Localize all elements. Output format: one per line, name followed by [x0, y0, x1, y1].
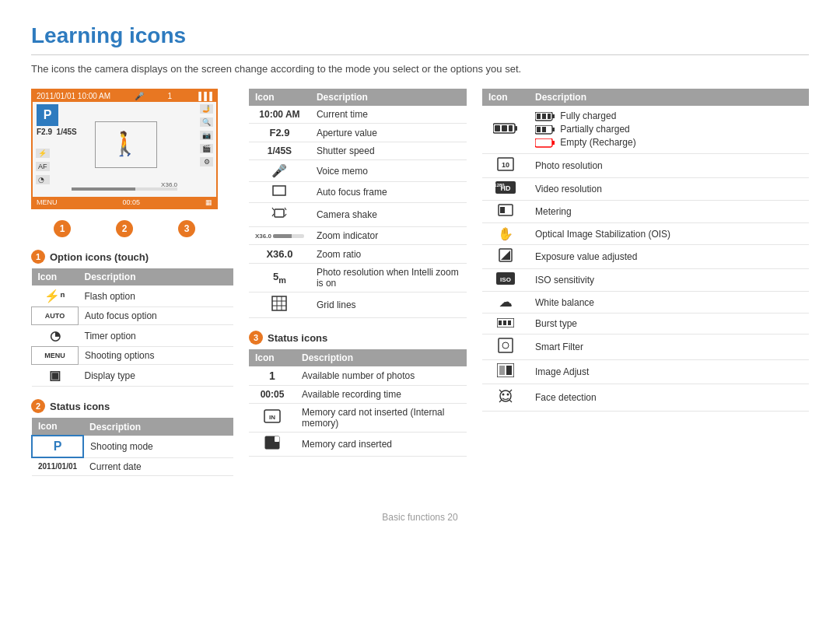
icon-cell: MENU — [32, 347, 79, 365]
icon-cell: 5m — [249, 264, 310, 292]
battery-empty-svg — [535, 138, 555, 148]
desc-cell: Grid lines — [310, 292, 467, 318]
section3-col-desc: Description — [296, 349, 467, 366]
desc-cell: Available number of photos — [296, 366, 467, 386]
battery-empty-item: Empty (Recharge) — [535, 137, 803, 148]
memory-card-icon — [264, 436, 281, 450]
table-row: X36.0 Zoom indicator — [249, 227, 467, 245]
battery-full-icon — [493, 123, 518, 134]
svg-rect-21 — [537, 114, 541, 119]
camera-datetime: 2011/01/01 10:00 AM — [37, 92, 110, 100]
icon-cell: ✋ — [482, 223, 529, 245]
focus-frame-icon — [272, 185, 286, 196]
svg-point-53 — [507, 394, 509, 396]
battery-full-item: Fully charged — [535, 110, 803, 121]
section2-mid-table: Icon Description 10:00 AM Current time F… — [249, 89, 467, 318]
icon-cell: 00:05 — [249, 386, 296, 404]
camera-icon-5: ⚙ — [200, 157, 213, 166]
table-row: Burst type — [482, 313, 809, 335]
camera-shake-icon — [271, 206, 287, 220]
section1-title: Option icons (touch) — [50, 251, 149, 263]
section3-title: Status icons — [268, 332, 327, 344]
icon-cell: P — [32, 436, 83, 457]
desc-cell: Memory card inserted — [296, 433, 467, 457]
desc-cell: Current time — [310, 106, 467, 124]
desc-cell: Display type — [79, 365, 234, 387]
camera-mode-icon: P — [37, 104, 58, 126]
table-row: ✋ Optical Image Stabilization (OIS) — [482, 223, 809, 245]
section2-left-col-desc: Description — [83, 418, 233, 436]
table-row: 10:00 AM Current time — [249, 106, 467, 124]
section2-left-table: Icon Description P Shooting mode 2011/01… — [31, 418, 233, 476]
icon-cell — [482, 245, 529, 269]
desc-cell: Shooting options — [79, 347, 234, 365]
burst-type-icon — [497, 318, 514, 328]
table-row: MENU Shooting options — [32, 347, 234, 365]
camera-right-icons: 🤳 🔍 📷 🎬 ⚙ — [200, 104, 213, 166]
icon-cell: 2011/01/01 — [32, 457, 83, 475]
section2-left-title: Status icons — [50, 401, 110, 412]
grid-lines-icon — [271, 296, 287, 311]
svg-rect-29 — [535, 138, 552, 147]
svg-rect-30 — [552, 141, 555, 145]
desc-cell: Shooting mode — [83, 436, 233, 457]
svg-rect-27 — [542, 127, 546, 132]
section1-col-desc: Description — [79, 268, 234, 285]
desc-cell: Voice memo — [310, 160, 467, 182]
battery-empty-label: Empty (Recharge) — [560, 137, 635, 148]
camera-figure: 🚶 — [110, 129, 139, 156]
svg-rect-0 — [273, 186, 285, 195]
left-column: 2011/01/01 10:00 AM 🎤 1 ▐▐▐ P F2.9 1/45S… — [31, 89, 233, 489]
svg-rect-22 — [542, 114, 546, 119]
badge-1: 1 — [54, 220, 71, 237]
table-row: 1/45S Shutter speed — [249, 142, 467, 160]
icon-cell — [249, 433, 296, 457]
battery-partial-label: Partially charged — [560, 124, 629, 135]
section2-mid-col-desc: Description — [310, 89, 467, 106]
table-row: Exposure value adjusted — [482, 245, 809, 269]
section2-left-col-icon: Icon — [32, 418, 83, 436]
battery-full-label: Fully charged — [560, 110, 616, 121]
svg-marker-39 — [501, 250, 510, 260]
svg-rect-19 — [515, 126, 517, 131]
desc-cell: Zoom ratio — [310, 245, 467, 264]
icon-cell — [249, 203, 310, 227]
icon-cell: 1/45S — [249, 142, 310, 160]
camera-top-bar: 2011/01/01 10:00 AM 🎤 1 ▐▐▐ — [33, 90, 216, 102]
icon-cell: 1 — [249, 366, 296, 386]
table-row: P Shooting mode — [32, 436, 233, 457]
battery-full-svg — [535, 112, 555, 121]
photo-res-icon: 10 — [497, 157, 514, 171]
desc-cell: Photo resolution when Intelli zoom is on — [310, 264, 467, 292]
section2-left-header: 2 Status icons — [31, 399, 233, 413]
svg-rect-45 — [508, 321, 511, 325]
table-row: X36.0 Zoom ratio — [249, 245, 467, 264]
camera-icon-4: 🎬 — [200, 144, 213, 153]
svg-text:ISO: ISO — [500, 276, 511, 283]
table-row: ⚡ⁿ Flash option — [32, 285, 234, 307]
section1-table: Icon Description ⚡ⁿ Flash option AUTO Au… — [31, 268, 233, 387]
desc-cell: Image Adjust — [529, 360, 809, 384]
icon-cell: ▣ — [32, 365, 79, 387]
svg-rect-37 — [500, 207, 505, 213]
svg-line-2 — [272, 208, 274, 210]
desc-cell: ISO sensitivity — [529, 269, 809, 292]
desc-cell: Timer option — [79, 325, 234, 347]
camera-remaining: 1 — [167, 92, 172, 100]
icon-cell — [249, 182, 310, 203]
camera-preview: 2011/01/01 10:00 AM 🎤 1 ▐▐▐ P F2.9 1/45S… — [31, 89, 218, 209]
icon-cell: X36.0 — [249, 245, 310, 264]
camera-left-icon-3: ◔ — [36, 175, 50, 184]
desc-cell: Aperture value — [310, 124, 467, 142]
svg-rect-18 — [509, 125, 513, 131]
section2-mid-col-icon: Icon — [249, 89, 310, 106]
svg-line-57 — [509, 400, 512, 402]
table-row: Memory card inserted — [249, 433, 467, 457]
table-row: Auto focus frame — [249, 182, 467, 203]
svg-rect-23 — [548, 114, 551, 119]
table-row: 5m Photo resolution when Intelli zoom is… — [249, 264, 467, 292]
svg-line-55 — [509, 390, 512, 392]
table-row: 2011/01/01 Current date — [32, 457, 233, 475]
icon-cell — [482, 313, 529, 335]
camera-battery-icon: ▐▐▐ — [196, 92, 212, 100]
